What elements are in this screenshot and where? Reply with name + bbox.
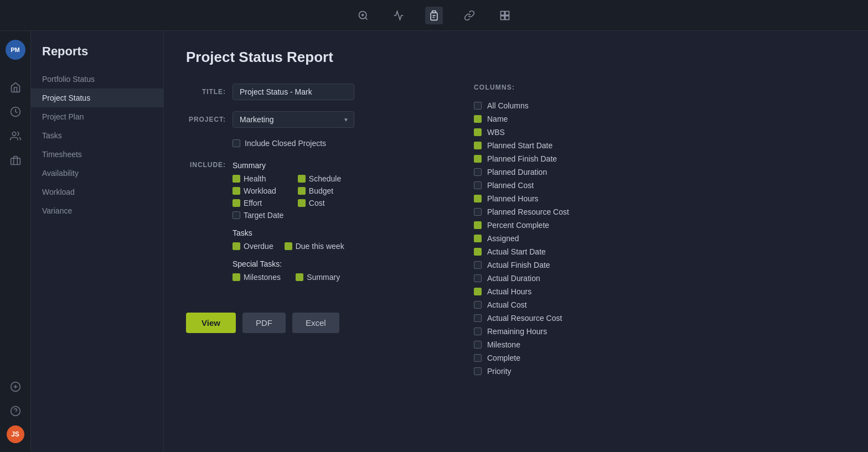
budget-checkbox[interactable] [298,187,306,195]
briefcase-icon[interactable] [6,150,25,170]
title-input[interactable] [232,84,354,100]
health-checkbox[interactable] [232,175,240,183]
sidebar-item-workload[interactable]: Workload [31,183,163,201]
summary-checkbox[interactable] [296,273,303,281]
actual-hours-label: Actual Hours [487,287,531,296]
workload-checkbox[interactable] [232,187,240,195]
actual-hours-checkbox[interactable] [474,288,482,295]
users-icon[interactable] [6,126,25,146]
milestones-checkbox[interactable] [232,273,240,281]
col-priority: Priority [474,365,841,378]
sidebar-item-project-plan[interactable]: Project Plan [31,107,163,126]
planned-cost-checkbox[interactable] [474,181,482,189]
col-wbs: WBS [474,126,841,139]
excel-button[interactable]: Excel [292,313,339,333]
actual-start-date-checkbox[interactable] [474,248,482,256]
col-actual-duration: Actual Duration [474,272,841,285]
percent-complete-checkbox[interactable] [474,221,482,229]
sidebar-item-availability[interactable]: Availability [31,164,163,183]
summary-checkboxes: Health Schedule Workload [232,174,344,220]
search-zoom-icon[interactable] [354,7,372,24]
svg-rect-2 [431,13,437,20]
col-planned-start-date: Planned Start Date [474,139,841,152]
planned-resource-cost-checkbox[interactable] [474,208,482,216]
link-icon[interactable] [461,7,478,24]
actual-finish-date-checkbox[interactable] [474,261,482,269]
priority-label: Priority [487,367,512,376]
wbs-checkbox[interactable] [474,128,482,136]
user-avatar[interactable]: JS [7,425,24,443]
col-actual-finish-date: Actual Finish Date [474,258,841,272]
priority-checkbox[interactable] [474,367,482,375]
assigned-checkbox[interactable] [474,235,482,242]
include-row: INCLUDE: Summary Health Schedule [186,159,441,290]
col-planned-resource-cost: Planned Resource Cost [474,205,841,219]
cb-milestones: Milestones [232,273,285,282]
analytics-icon[interactable] [390,7,407,24]
effort-label: Effort [244,199,262,207]
col-complete: Complete [474,351,841,365]
svg-rect-6 [505,11,509,15]
milestone-checkbox[interactable] [474,341,482,349]
history-icon[interactable] [6,102,25,122]
planned-duration-checkbox[interactable] [474,168,482,176]
milestone-label: Milestone [487,340,520,349]
sidebar-item-tasks[interactable]: Tasks [31,126,163,145]
title-label: TITLE: [186,84,226,96]
sidebar-item-variance[interactable]: Variance [31,201,163,220]
sidebar-item-timesheets[interactable]: Timesheets [31,145,163,164]
assigned-label: Assigned [487,234,519,243]
view-button[interactable]: View [186,313,236,333]
planned-resource-cost-label: Planned Resource Cost [487,207,569,216]
columns-scroll[interactable]: All Columns Name WBS Planned Start Date [474,99,846,378]
pdf-button[interactable]: PDF [242,313,286,333]
actual-resource-cost-label: Actual Resource Cost [487,314,562,323]
col-planned-hours: Planned Hours [474,192,841,205]
all-columns-checkbox[interactable] [474,102,482,110]
cost-checkbox[interactable] [298,199,306,207]
target-date-label: Target Date [244,211,283,220]
sidebar-item-project-status[interactable]: Project Status [31,89,163,107]
remaining-hours-label: Remaining Hours [487,327,547,336]
project-label: PROJECT: [186,111,226,123]
help-icon[interactable] [6,401,25,421]
name-checkbox[interactable] [474,115,482,123]
sidebar-item-portfolio-status[interactable]: Portfolio Status [31,70,163,89]
svg-rect-5 [501,11,505,15]
clipboard-icon[interactable] [425,7,443,24]
layout-icon[interactable] [496,7,514,24]
home-icon[interactable] [6,77,25,97]
all-columns-label: All Columns [487,101,529,110]
planned-start-date-checkbox[interactable] [474,142,482,149]
schedule-checkbox[interactable] [298,175,306,183]
include-closed-checkbox[interactable] [232,139,240,147]
overdue-checkbox[interactable] [232,242,240,250]
complete-checkbox[interactable] [474,354,482,362]
cb-summary: Summary [296,273,344,282]
col-actual-hours: Actual Hours [474,285,841,298]
cb-overdue: Overdue [232,242,273,251]
planned-cost-label: Planned Cost [487,181,534,190]
actual-duration-checkbox[interactable] [474,274,482,282]
add-icon[interactable] [6,377,25,397]
percent-complete-label: Percent Complete [487,221,549,230]
planned-hours-checkbox[interactable] [474,195,482,202]
col-actual-resource-cost: Actual Resource Cost [474,311,841,325]
cb-workload: Workload [232,186,287,195]
actual-cost-checkbox[interactable] [474,301,482,309]
col-actual-cost: Actual Cost [474,298,841,311]
planned-finish-date-checkbox[interactable] [474,155,482,163]
effort-checkbox[interactable] [232,199,240,207]
main-layout: PM [0,31,868,452]
col-percent-complete: Percent Complete [474,219,841,232]
target-date-checkbox[interactable] [232,211,240,219]
pm-logo[interactable]: PM [6,40,25,60]
project-select[interactable]: Marketing Development Design Sales [232,111,354,128]
tasks-heading: Tasks [232,228,344,237]
icon-sidebar: PM [0,31,31,452]
remaining-hours-checkbox[interactable] [474,328,482,335]
name-label: Name [487,115,508,123]
actual-resource-cost-checkbox[interactable] [474,314,482,322]
content-area: Project Status Report TITLE: PROJECT: Ma… [164,31,868,452]
due-this-week-checkbox[interactable] [285,242,292,250]
